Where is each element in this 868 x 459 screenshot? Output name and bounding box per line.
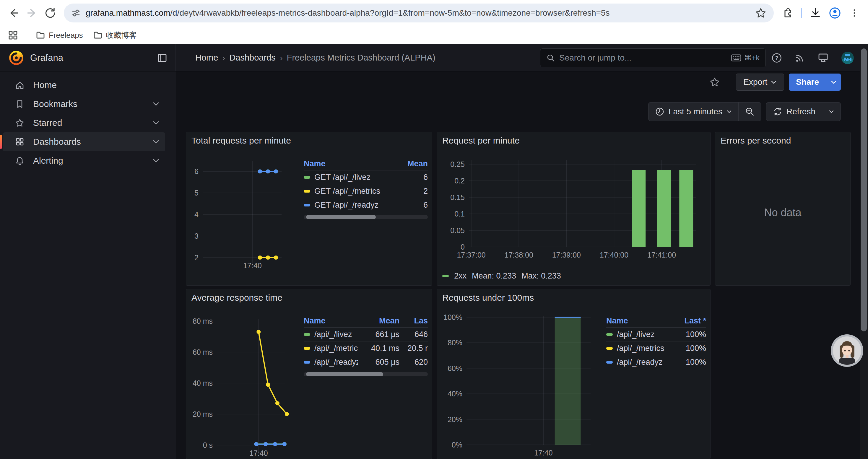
- time-range-picker[interactable]: Last 5 minutes: [649, 102, 738, 121]
- request-per-minute-chart[interactable]: 00.050.10.150.20.2517:37:0017:38:0017:39…: [442, 150, 706, 280]
- user-avatar[interactable]: [841, 51, 855, 65]
- zoom-out-button[interactable]: [739, 102, 761, 121]
- column-header-mean[interactable]: Mean: [358, 316, 399, 326]
- bookmark-star-icon[interactable]: [755, 7, 767, 19]
- series-mean: 6: [401, 173, 428, 182]
- series-swatch: [304, 176, 310, 179]
- folder-icon: [36, 30, 45, 40]
- profile-button[interactable]: [827, 5, 843, 21]
- panel-title[interactable]: Request per minute: [442, 136, 520, 145]
- panel-title[interactable]: Total requests per minute: [191, 136, 291, 145]
- series-last: 646: [399, 330, 428, 339]
- panel-grid: Total requests per minute 2345617:40 Nam…: [186, 132, 850, 459]
- bookmark-icon: [15, 99, 25, 109]
- refresh-button[interactable]: Refresh: [766, 102, 822, 121]
- browser-menu-button[interactable]: [846, 5, 863, 21]
- time-range-group: Last 5 minutes: [648, 102, 761, 121]
- column-header-last[interactable]: Las: [399, 316, 428, 326]
- series-name: /api/_/readyz: [314, 358, 358, 367]
- scrollbar-thumb[interactable]: [861, 48, 867, 331]
- site-controls-icon[interactable]: [71, 8, 81, 18]
- export-button[interactable]: Export: [736, 73, 784, 91]
- table-hscrollbar[interactable]: [304, 372, 428, 376]
- page-scrollbar[interactable]: [860, 44, 868, 459]
- chevron-down-icon[interactable]: [153, 102, 159, 106]
- apps-grid-button[interactable]: [6, 28, 20, 42]
- panel-title[interactable]: Errors per second: [720, 136, 791, 145]
- chevron-down-icon[interactable]: [153, 140, 159, 144]
- legend-row[interactable]: GET /api/_/livez 6: [304, 170, 428, 184]
- legend-row[interactable]: /api/_/metrics 100%: [606, 341, 706, 355]
- dashboards-grid-icon: [15, 137, 25, 147]
- legend-row[interactable]: GET /api/_/readyz 6: [304, 198, 428, 212]
- legend-row[interactable]: /api/_/livez 100%: [606, 328, 706, 341]
- svg-text:0%: 0%: [452, 441, 462, 449]
- dock-sidebar-icon[interactable]: [157, 52, 168, 64]
- breadcrumb-home[interactable]: Home: [195, 53, 218, 63]
- column-header-name[interactable]: Name: [304, 159, 401, 168]
- chevron-down-icon[interactable]: [153, 121, 159, 125]
- display-icon[interactable]: [817, 52, 829, 64]
- table-hscrollbar[interactable]: [304, 215, 428, 219]
- sidebar-item-bookmarks[interactable]: Bookmarks: [3, 95, 165, 113]
- svg-text:0.05: 0.05: [450, 226, 465, 234]
- favorite-star-button[interactable]: [709, 76, 720, 88]
- sidebar-item-starred[interactable]: Starred: [3, 113, 165, 132]
- bookmark-folder-blogs[interactable]: 收藏博客: [90, 28, 140, 42]
- panel-title[interactable]: Requests under 100ms: [442, 293, 534, 303]
- bookmark-folder-freeleaps[interactable]: Freeleaps: [32, 29, 87, 42]
- help-icon[interactable]: ?: [771, 52, 782, 64]
- breadcrumb-dashboards[interactable]: Dashboards: [229, 53, 275, 63]
- refresh-interval-button[interactable]: [822, 102, 840, 121]
- toolbar-divider: [801, 8, 802, 18]
- back-button[interactable]: [5, 5, 22, 21]
- grafana-logo[interactable]: [8, 50, 24, 66]
- svg-text:3: 3: [194, 232, 198, 240]
- legend-table: Name Last * /api/_/livez 100% /api/_/met…: [606, 315, 706, 369]
- hscrollbar-thumb[interactable]: [306, 215, 375, 219]
- chevron-down-icon[interactable]: [153, 159, 159, 163]
- reload-button[interactable]: [42, 5, 59, 21]
- series-name[interactable]: 2xx: [454, 271, 466, 281]
- svg-text:60%: 60%: [447, 364, 462, 372]
- sidebar-item-alerting[interactable]: Alerting: [3, 151, 165, 170]
- column-header-last[interactable]: Last *: [671, 316, 706, 326]
- time-controls-row: Last 5 minutes Refresh: [176, 102, 868, 121]
- column-header-name[interactable]: Name: [606, 316, 671, 326]
- column-header-mean[interactable]: Mean: [401, 159, 428, 168]
- url-bar[interactable]: grafana.mathmast.com/d/deytv4rwavabkb/fr…: [64, 4, 774, 23]
- downloads-button[interactable]: [807, 5, 824, 21]
- export-label: Export: [743, 77, 767, 87]
- legend-row[interactable]: GET /api/_/metrics 2: [304, 184, 428, 198]
- news-rss-icon[interactable]: [794, 52, 805, 64]
- share-button[interactable]: Share: [789, 73, 826, 91]
- chevron-down-icon: [829, 110, 834, 113]
- legend-row[interactable]: /api/_/metrics 40.1 ms 20.5 r: [304, 341, 428, 355]
- sidebar-item-dashboards[interactable]: Dashboards: [3, 132, 165, 151]
- assistant-avatar-widget[interactable]: [830, 333, 864, 368]
- svg-text:17:40: 17:40: [249, 449, 268, 457]
- legend-row[interactable]: /api/_/readyz 605 µs 620: [304, 355, 428, 369]
- panel-title[interactable]: Average response time: [191, 293, 282, 303]
- svg-text:80 ms: 80 ms: [193, 317, 213, 325]
- svg-text:0 s: 0 s: [203, 441, 213, 449]
- search-input[interactable]: Search or jump to... ⌘+k: [540, 48, 766, 67]
- dashboard-actions-row: Export Share: [176, 71, 868, 93]
- panel-total-requests: Total requests per minute 2345617:40 Nam…: [186, 132, 432, 286]
- svg-text:0.1: 0.1: [454, 210, 465, 218]
- share-dropdown-button[interactable]: [826, 73, 841, 91]
- breadcrumb-current: Freeleaps Metrics Dashboard (ALPHA): [287, 53, 435, 63]
- legend-table: Name Mean Las /api/_/livez 661 µs 646 /a…: [304, 315, 428, 376]
- legend-row[interactable]: /api/_/readyz 100%: [606, 355, 706, 369]
- sidebar-item-home[interactable]: Home: [3, 76, 165, 95]
- grafana-header: Grafana Home › Dashboards › Freeleaps Me…: [0, 44, 868, 71]
- extensions-button[interactable]: [779, 5, 796, 21]
- forward-button[interactable]: [24, 5, 40, 21]
- hscrollbar-thumb[interactable]: [306, 372, 383, 376]
- search-placeholder: Search or jump to...: [559, 53, 727, 63]
- series-last: 100%: [671, 344, 706, 353]
- column-header-name[interactable]: Name: [304, 316, 358, 326]
- series-swatch: [304, 333, 310, 336]
- legend-row[interactable]: /api/_/livez 661 µs 646: [304, 328, 428, 341]
- breadcrumb-separator: ›: [280, 53, 283, 63]
